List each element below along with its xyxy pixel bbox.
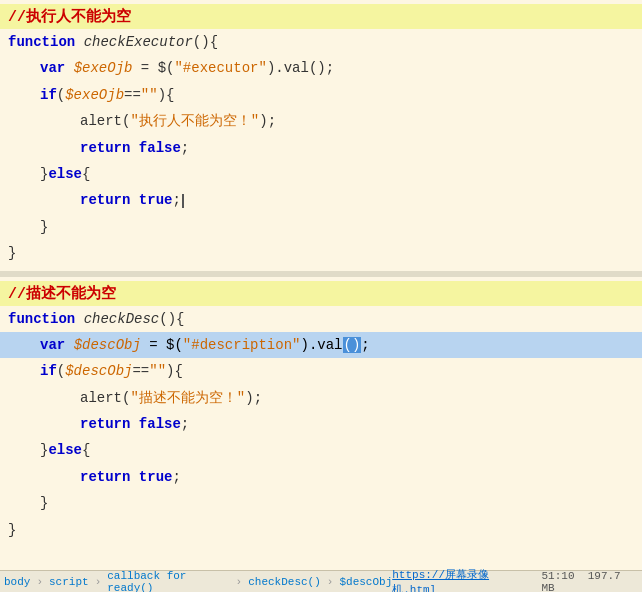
code-line: alert("描述不能为空！"); [0, 385, 642, 411]
code-line: } [0, 517, 642, 543]
comment-executor: //执行人不能为空 [0, 4, 642, 29]
cursor-position: 51:10 197.7 MB [541, 570, 638, 593]
code-editor: //执行人不能为空 function checkExecutor(){ var … [0, 0, 642, 547]
url-link[interactable]: https://屏幕录像机.html [392, 567, 529, 593]
section-desc: //描述不能为空 function checkDesc(){ var $desc… [0, 277, 642, 548]
code-line: if($descObj==""){ [0, 358, 642, 384]
breadcrumb-callback[interactable]: callback for ready() [107, 570, 229, 593]
comment-desc: //描述不能为空 [0, 281, 642, 306]
code-line: var $exeOjb = $("#executor").val(); [0, 55, 642, 81]
breadcrumb: body › script › callback for ready() › c… [4, 570, 392, 593]
status-bar: body › script › callback for ready() › c… [0, 570, 642, 592]
code-line: if($exeOjb==""){ [0, 82, 642, 108]
code-line: alert("执行人不能为空！"); [0, 108, 642, 134]
code-line: } [0, 240, 642, 266]
highlight-line: var $descObj = $("#description").val(); [0, 332, 642, 358]
breadcrumb-script[interactable]: script [49, 576, 89, 588]
section-executor: //执行人不能为空 function checkExecutor(){ var … [0, 0, 642, 271]
code-line: return true; [0, 187, 642, 213]
code-line: } [0, 214, 642, 240]
breadcrumb-checkdesc[interactable]: checkDesc() [248, 576, 321, 588]
breadcrumb-descobj[interactable]: $descObj [339, 576, 392, 588]
code-line: return true; [0, 464, 642, 490]
code-line: return false; [0, 411, 642, 437]
code-line: } [0, 490, 642, 516]
code-line: return false; [0, 135, 642, 161]
code-line: function checkExecutor(){ [0, 29, 642, 55]
code-line: function checkDesc(){ [0, 306, 642, 332]
breadcrumb-body[interactable]: body [4, 576, 30, 588]
code-line: }else{ [0, 161, 642, 187]
code-line: }else{ [0, 437, 642, 463]
